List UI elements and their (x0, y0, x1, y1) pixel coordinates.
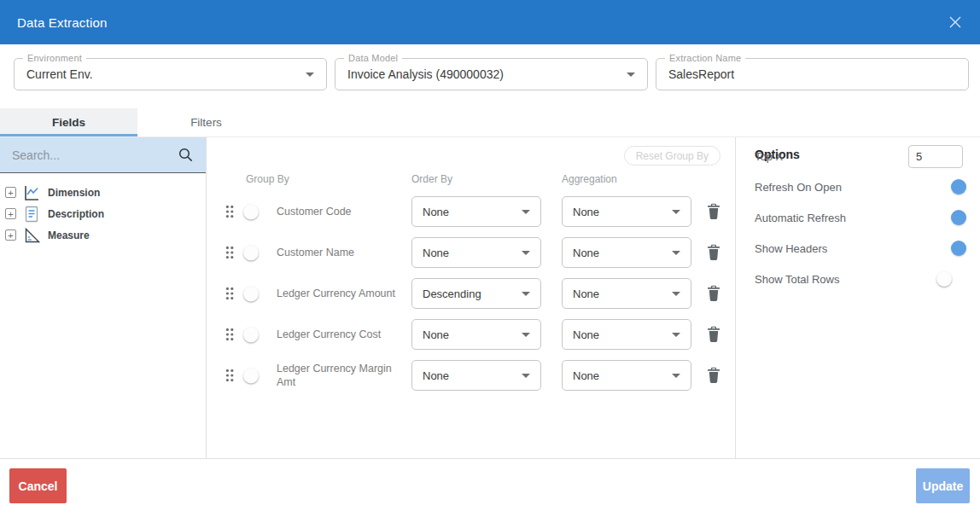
aggregation-value: None (573, 328, 672, 341)
extraction-name-input[interactable] (668, 67, 956, 81)
chevron-down-icon (522, 374, 530, 378)
delete-field-icon[interactable] (707, 204, 720, 220)
group-by-toggle[interactable] (245, 288, 271, 299)
field-name: Ledger Currency Margin Amt (277, 362, 406, 390)
aggregation-value: None (573, 369, 672, 382)
field-row: Customer Name None None (207, 232, 735, 273)
field-name: Ledger Currency Cost (277, 328, 406, 341)
order-by-select[interactable]: None (411, 196, 541, 227)
field-rows: Customer Code None None (207, 191, 735, 396)
selected-fields-panel: Reset Group By Group By Order By Aggrega… (206, 137, 736, 458)
drag-handle-icon[interactable] (225, 246, 234, 259)
aggregation-value: None (573, 287, 672, 300)
options-panel: Options Refresh On Open Automatic Refres… (736, 137, 980, 458)
order-by-select[interactable]: None (411, 360, 541, 391)
cancel-button[interactable]: Cancel (9, 468, 67, 503)
search-box (0, 137, 206, 173)
order-by-select[interactable]: None (411, 237, 541, 268)
dialog-title: Data Extraction (17, 15, 108, 30)
aggregation-select[interactable]: None (562, 360, 691, 391)
dialog-footer: Cancel Update (0, 458, 980, 511)
options-toggle-rows: Refresh On Open Automatic Refresh Show H… (736, 171, 980, 294)
option-toggle[interactable] (938, 274, 965, 285)
environment-select[interactable]: Environment Current Env. (14, 58, 327, 90)
option-row: Show Total Rows (736, 264, 980, 294)
delete-field-icon[interactable] (707, 286, 720, 302)
search-input[interactable] (12, 148, 178, 162)
option-row: Automatic Refresh (736, 202, 980, 233)
close-icon[interactable] (946, 13, 965, 32)
data-extraction-dialog: Data Extraction Environment Current Env.… (0, 0, 980, 511)
aggregation-column-header: Aggregation (562, 173, 617, 185)
measure-triangle-icon (22, 226, 41, 245)
top-x-label: Top X (755, 150, 908, 163)
tree-item-label: Dimension (48, 187, 100, 199)
option-toggle[interactable] (938, 243, 965, 254)
tab-active-indicator (0, 134, 137, 136)
order-by-column-header: Order By (411, 173, 452, 185)
delete-field-icon[interactable] (707, 368, 720, 384)
group-by-column-header: Group By (246, 173, 289, 185)
drag-handle-icon[interactable] (225, 328, 234, 341)
order-by-value: None (423, 247, 522, 259)
expand-plus-icon[interactable]: + (5, 187, 16, 198)
order-by-value: None (423, 369, 522, 382)
chevron-down-icon (306, 73, 314, 77)
tab-fields-label: Fields (52, 116, 85, 129)
extraction-name-label: Extraction Name (665, 53, 745, 63)
chevron-down-icon (672, 210, 680, 214)
update-button[interactable]: Update (916, 468, 970, 503)
drag-handle-icon[interactable] (225, 369, 234, 382)
chevron-down-icon (522, 210, 530, 214)
order-by-value: None (423, 328, 522, 341)
chevron-down-icon (672, 333, 680, 337)
reset-group-by-button[interactable]: Reset Group By (624, 146, 720, 165)
expand-plus-icon[interactable]: + (5, 208, 16, 219)
column-headers: Group By Order By Aggregation (207, 173, 735, 187)
search-icon (178, 147, 194, 163)
chevron-down-icon (672, 251, 680, 255)
tab-filters[interactable]: Filters (137, 108, 275, 136)
tree-item[interactable]: + Description (5, 203, 206, 224)
aggregation-select[interactable]: None (562, 237, 691, 268)
data-model-label: Data Model (344, 53, 402, 63)
chevron-down-icon (522, 333, 530, 337)
tab-fields[interactable]: Fields (0, 108, 137, 136)
delete-field-icon[interactable] (707, 327, 720, 343)
option-label: Refresh On Open (755, 181, 938, 194)
expand-plus-icon[interactable]: + (5, 229, 16, 241)
dialog-body: + Dimension + Description + Measure Rese… (0, 137, 980, 458)
drag-handle-icon[interactable] (225, 287, 234, 300)
order-by-select[interactable]: Descending (411, 278, 541, 309)
drag-handle-icon[interactable] (225, 205, 234, 218)
aggregation-select[interactable]: None (562, 278, 691, 309)
chevron-down-icon (627, 73, 635, 77)
environment-value: Current Env. (26, 67, 306, 81)
tree-item-label: Description (48, 208, 104, 220)
group-by-toggle[interactable] (245, 370, 271, 381)
group-by-toggle[interactable] (245, 206, 271, 218)
option-label: Automatic Refresh (755, 212, 938, 224)
tree-item[interactable]: + Dimension (5, 182, 206, 203)
tree-item-label: Measure (48, 229, 90, 241)
tree-item[interactable]: + Measure (5, 224, 206, 246)
aggregation-value: None (573, 206, 672, 218)
chevron-down-icon (522, 292, 530, 296)
top-x-row: Top X (736, 139, 980, 173)
group-by-toggle[interactable] (245, 247, 271, 258)
order-by-select[interactable]: None (411, 319, 541, 350)
aggregation-select[interactable]: None (562, 196, 691, 227)
option-toggle[interactable] (938, 212, 965, 224)
field-row: Ledger Currency Margin Amt None None (207, 355, 735, 396)
description-document-icon (22, 205, 41, 224)
group-by-toggle[interactable] (245, 329, 271, 340)
data-model-select[interactable]: Data Model Invoice Analysis (490000032) (335, 58, 648, 90)
delete-field-icon[interactable] (707, 245, 720, 261)
aggregation-select[interactable]: None (562, 319, 691, 350)
tab-bar: Fields Filters (0, 108, 980, 137)
option-toggle[interactable] (938, 182, 965, 193)
chevron-down-icon (672, 292, 680, 296)
environment-label: Environment (23, 53, 86, 63)
top-x-input[interactable] (908, 145, 963, 168)
order-by-value: Descending (423, 287, 522, 300)
